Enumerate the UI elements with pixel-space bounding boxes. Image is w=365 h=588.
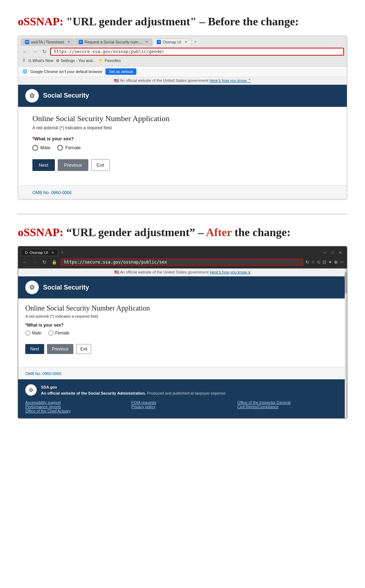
after-exit-btn[interactable]: Exit — [76, 344, 91, 354]
before-ssa-logo: ⚙ — [25, 89, 39, 103]
after-scrollbar[interactable] — [345, 269, 347, 418]
after-radio-group: Male Female — [25, 331, 340, 335]
after-previous-btn[interactable]: Previous — [47, 344, 74, 354]
before-omb-footer: OMB No. 0960-0066 — [18, 185, 347, 199]
before-nav-forward[interactable]: → — [31, 48, 39, 55]
after-ssa-footer: ⚙ SSA.gov An official website of the Soc… — [18, 379, 347, 418]
after-tab-ossnap-close[interactable]: ✕ — [51, 251, 54, 255]
after-omb-footer: OMB No. 0960-0066 — [18, 367, 347, 379]
after-footer-inspector[interactable]: Office of the Inspector General — [237, 400, 340, 405]
after-ssa-footer-links: Accessibility support Performance report… — [25, 400, 340, 413]
before-address-bar[interactable] — [50, 48, 344, 56]
before-required-note: A red asterisk (*) indicates a required … — [32, 125, 333, 130]
after-new-tab-btn[interactable]: + — [59, 249, 66, 256]
before-gov-banner-link[interactable]: Here’s how you know ⌃ — [209, 78, 251, 83]
before-next-btn[interactable]: Next — [32, 159, 55, 171]
after-ssa-title: Social Security — [43, 284, 89, 291]
before-radio-male[interactable]: Male — [32, 145, 50, 151]
after-browser-mockup: O Ossnap UI ✕ + ─ □ ✕ ← → ↻ 🔒 ↻ ☆ G — [18, 246, 347, 418]
after-radio-female[interactable]: Female — [48, 331, 69, 335]
before-bookmark-settings[interactable]: ⚙ Settings - You and... — [56, 58, 96, 63]
before-radio-group: Male Female — [32, 145, 333, 151]
before-tab-webbta-favicon: W — [25, 40, 29, 44]
after-footer-accessibility[interactable]: Accessibility support — [25, 400, 128, 405]
before-bookmarks-bar: ⠿ ⊙ What's New ⚙ Settings - You and... 📁… — [21, 57, 344, 64]
after-footer-privacy[interactable]: Privacy policy — [131, 405, 234, 409]
after-footer-col2: FOIA requests Privacy policy — [131, 400, 234, 413]
before-bookmark-apps: ⠿ — [22, 58, 25, 63]
after-nav-back[interactable]: ← — [21, 259, 29, 266]
before-radio-male-label: Male — [40, 145, 50, 150]
after-browser-icons: ↻ ☆ G ⊡ ✦ ⊕ ⋯ — [306, 260, 344, 265]
after-footer-foia[interactable]: FOIA requests — [131, 400, 234, 405]
after-icon-tab[interactable]: ⊡ — [323, 260, 326, 265]
before-tab-webbta[interactable]: W webTA | Timesheet ✕ — [21, 38, 74, 46]
after-radio-female-label: Female — [55, 331, 69, 335]
after-ssa-logo: ⚙ — [25, 281, 39, 294]
before-radio-female[interactable]: Female — [57, 145, 80, 151]
after-radio-male[interactable]: Male — [25, 331, 41, 335]
before-tab-ssn[interactable]: S Request a Social Security num… ✕ — [75, 38, 152, 46]
after-nav-forward[interactable]: → — [31, 259, 39, 266]
after-tab-ossnap-label: Ossnap UI — [30, 250, 48, 255]
before-browser-mockup: W webTA | Timesheet ✕ S Request a Social… — [18, 36, 347, 199]
after-scrollbar-thumb — [345, 272, 347, 293]
before-radio-female-label: Female — [65, 145, 80, 150]
before-nav-reload[interactable]: ↻ — [41, 48, 48, 55]
after-section-title: oSSNAP: “URL gender adjustment” – After … — [18, 225, 347, 240]
before-nav-back[interactable]: ← — [21, 48, 29, 55]
after-next-btn[interactable]: Next — [25, 344, 44, 354]
after-ssa-footer-site: SSA.gov — [41, 384, 227, 390]
after-omb-text: OMB No. 0960-0066 — [25, 371, 61, 376]
before-tab-webbta-close[interactable]: ✕ — [67, 40, 70, 44]
after-icon-profile[interactable]: ⊕ — [334, 260, 338, 265]
after-icon-reload[interactable]: ↻ — [306, 260, 309, 265]
after-radio-male-circle — [25, 331, 30, 335]
after-ssa-footer-top: ⚙ SSA.gov An official website of the Soc… — [25, 384, 340, 396]
before-tab-ossnap-close[interactable]: ✕ — [184, 40, 187, 44]
section-divider — [18, 214, 347, 214]
after-footer-performance[interactable]: Performance reports — [25, 405, 128, 409]
before-tab-ssn-close[interactable]: ✕ — [145, 40, 148, 44]
after-footer-col3: Office of the Inspector General Civil Ri… — [237, 400, 340, 413]
after-close-btn[interactable]: ✕ — [337, 249, 344, 256]
before-bookmark-favorites[interactable]: 📁 Favorites — [99, 58, 121, 63]
after-maximize-btn[interactable]: □ — [329, 249, 336, 256]
after-gov-banner-link[interactable]: Here’s how you know ∨ — [210, 270, 251, 274]
after-title-red: oSSNAP: — [18, 226, 63, 239]
before-chrome-notification: 🌐 Google Chrome isn’t your default brows… — [18, 67, 347, 77]
after-address-bar[interactable] — [61, 258, 303, 266]
before-page-content: Online Social Security Number Applicatio… — [18, 107, 347, 185]
before-new-tab-btn[interactable]: + — [192, 38, 199, 46]
before-tab-ossnap-favicon: O — [157, 40, 161, 44]
after-browser-chrome: O Ossnap UI ✕ + ─ □ ✕ ← → ↻ 🔒 ↻ ☆ G — [18, 246, 347, 269]
after-minimize-btn[interactable]: ─ — [322, 249, 329, 256]
after-nav-reload[interactable]: ↻ — [41, 259, 48, 266]
after-icon-star[interactable]: ☆ — [311, 260, 315, 265]
before-ssa-title: Social Security — [43, 92, 89, 99]
after-ssa-footer-tagline: An official website of the Social Securi… — [41, 390, 227, 396]
after-gov-banner: 🇺🇸 An official website of the United Sta… — [18, 269, 347, 276]
before-tab-webbta-label: webTA | Timesheet — [31, 40, 64, 44]
after-footer-chief-actuary[interactable]: Office of the Chief Actuary — [25, 409, 128, 413]
before-addressbar-row: ← → ↻ — [21, 48, 344, 56]
before-set-default-btn[interactable]: Set as default — [105, 68, 136, 75]
after-section: oSSNAP: “URL gender adjustment” – After … — [18, 225, 347, 419]
before-tab-ossnap[interactable]: O Ossnap UI ✕ — [153, 38, 191, 46]
before-gov-banner-text: An official website of the United States… — [120, 78, 209, 83]
before-tab-ssn-label: Request a Social Security num… — [85, 40, 142, 44]
before-btn-group: Next Previous Exit — [32, 159, 333, 171]
after-tab-ossnap[interactable]: O Ossnap UI ✕ — [21, 249, 58, 256]
before-previous-btn[interactable]: Previous — [58, 159, 89, 171]
before-field-label: *What is your sex? — [32, 136, 333, 141]
before-chrome-icon: 🌐 — [22, 69, 27, 74]
after-footer-civil-rights[interactable]: Civil Rights/Compliance — [237, 405, 340, 409]
before-exit-btn[interactable]: Exit — [91, 159, 110, 171]
after-gov-banner-text: An official website of the United States… — [120, 270, 209, 274]
after-asterisk: * — [51, 314, 53, 318]
before-asterisk: * — [61, 125, 63, 130]
after-icon-more[interactable]: ⋯ — [340, 260, 344, 265]
after-icon-ext[interactable]: ✦ — [328, 260, 332, 265]
before-gov-banner: 🇺🇸 An official website of the United Sta… — [18, 77, 347, 85]
before-bookmark-whatsnew[interactable]: ⊙ What's New — [28, 58, 53, 63]
